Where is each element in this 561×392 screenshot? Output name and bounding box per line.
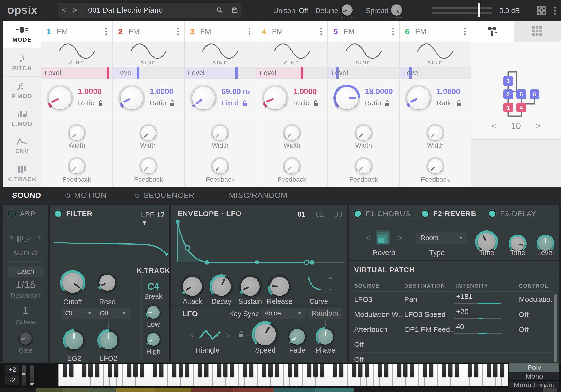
feedback-knob[interactable] [283, 157, 301, 175]
ratio-mode-label[interactable]: Ratio [150, 99, 175, 107]
patch-control[interactable]: Off [519, 325, 552, 334]
virtual-patch-row[interactable]: LFO3 Pan +181 Modulatio... [349, 292, 552, 307]
piano-key-black[interactable] [397, 364, 401, 377]
attack-knob[interactable] [181, 274, 204, 298]
operator-wave-display[interactable]: SINE [184, 42, 256, 67]
width-knob[interactable] [354, 124, 373, 142]
sustain-knob[interactable] [238, 274, 262, 298]
kebab-menu-icon[interactable] [105, 26, 107, 36]
octave-up-button[interactable]: +2 [5, 365, 19, 374]
master-volume-slider[interactable] [432, 7, 492, 14]
piano-key-black[interactable] [429, 364, 433, 377]
virtual-patch-row[interactable]: Modulation W... LFO3 Speed +20 Off [349, 307, 552, 322]
ratio-knob[interactable] [46, 85, 74, 112]
patch-source[interactable]: LFO3 [354, 295, 403, 304]
preset-name[interactable]: 001 Dat Electric Piano [83, 6, 213, 14]
piano-key-black[interactable] [333, 364, 337, 377]
operator-mode-label[interactable]: FM [272, 27, 283, 36]
detune-knob[interactable] [342, 4, 353, 15]
sidebar-item-pmod[interactable]: ♬ P.MOD [3, 76, 41, 104]
operator-mode-label[interactable]: FM [344, 27, 355, 36]
lfo-keysync-dropdown[interactable]: Voice▼ [260, 308, 306, 319]
feedback-knob[interactable] [68, 157, 86, 175]
piano-key-black[interactable] [294, 364, 298, 377]
envelope-tab-03[interactable]: 03 [334, 210, 342, 218]
ratio-knob[interactable] [190, 85, 217, 112]
lfo-fade-knob[interactable] [288, 327, 307, 347]
operator-level-slider[interactable]: Level [400, 67, 471, 79]
piano-key-black[interactable] [474, 364, 478, 377]
lfo-speed-lock-icon[interactable] [238, 331, 252, 339]
decay-knob[interactable] [210, 274, 233, 298]
fx3-tab[interactable]: F3·DELAY [500, 210, 536, 218]
piano-key-black[interactable] [378, 364, 382, 377]
piano-key-black[interactable] [365, 364, 369, 377]
cutoff-knob[interactable] [60, 270, 85, 295]
piano-key-black[interactable] [313, 364, 318, 377]
operator-level-slider[interactable]: Level [113, 67, 184, 79]
unison-value[interactable]: Off [299, 7, 308, 15]
piano-key-black[interactable] [448, 364, 453, 377]
ktrack-note-value[interactable]: C4 [148, 281, 159, 292]
feedback-knob[interactable] [426, 157, 444, 175]
width-knob[interactable] [68, 124, 86, 142]
piano-key-black[interactable] [358, 364, 362, 377]
patch-source[interactable]: Aftertouch [354, 325, 403, 334]
operator-level-slider[interactable]: Level [256, 67, 327, 79]
piano-key-black[interactable] [275, 364, 279, 377]
virtual-patch-row[interactable]: Off [349, 352, 552, 362]
main-menu-icon[interactable] [554, 6, 556, 16]
width-knob[interactable] [211, 124, 229, 142]
piano-key-black[interactable] [108, 364, 112, 377]
filter-led[interactable] [54, 210, 62, 218]
piano-key-black[interactable] [82, 364, 86, 377]
ratio-mode-label[interactable]: Ratio [436, 99, 462, 107]
keyboard[interactable] [58, 364, 508, 386]
piano-key-black[interactable] [384, 364, 388, 377]
tab-misc-random[interactable]: MISC/RANDOM [229, 191, 288, 200]
piano-key-black[interactable] [153, 364, 157, 377]
filter-response-display[interactable] [50, 218, 169, 262]
operator-wave-display[interactable]: SINE [256, 42, 327, 67]
fx1-led[interactable] [354, 210, 362, 218]
ktrack-low-knob[interactable] [145, 304, 161, 320]
operator-level-slider[interactable]: Level [184, 67, 256, 79]
patch-source[interactable]: Modulation W... [354, 310, 403, 319]
level-handle[interactable] [137, 67, 139, 79]
tab-sequencer[interactable]: SEQUENCER [134, 191, 195, 200]
piano-key-black[interactable] [223, 364, 227, 377]
sidebar-item-ktrack[interactable]: K.TRACK [3, 160, 41, 188]
envelope-display[interactable] [176, 219, 343, 266]
piano-key-black[interactable] [262, 364, 266, 377]
piano-key-black[interactable] [185, 364, 189, 377]
preset-prev-button[interactable]: < [58, 6, 69, 14]
kebab-menu-icon[interactable] [177, 26, 179, 36]
eg2-amount-knob[interactable] [63, 329, 85, 351]
piano-key-black[interactable] [442, 364, 446, 377]
piano-key-black[interactable] [493, 364, 497, 377]
curve-up-chevron[interactable]: ⌃ [328, 276, 333, 283]
randomize-dice-icon[interactable] [537, 6, 547, 15]
width-knob[interactable] [139, 124, 158, 142]
fx1-tab[interactable]: F1·CHORUS [366, 210, 410, 218]
virtual-patch-row[interactable]: Aftertouch OP1 FM Feed... 40 Off [349, 322, 552, 338]
piano-key-black[interactable] [217, 364, 221, 377]
cutoff-mod2-dropdown[interactable]: Off▼ [95, 308, 130, 319]
reso-knob[interactable] [97, 272, 118, 293]
operator-wave-display[interactable]: SINE [328, 42, 399, 67]
piano-key-black[interactable] [140, 364, 144, 377]
arp-next-button[interactable]: > [37, 233, 42, 241]
piano-key-black[interactable] [172, 364, 176, 377]
patch-destination[interactable]: OP1 FM Feed... [404, 325, 454, 334]
ratio-knob[interactable] [405, 85, 432, 112]
piano-key-black[interactable] [204, 364, 208, 377]
lfo2-amount-knob[interactable] [97, 329, 120, 351]
feedback-knob[interactable] [211, 157, 229, 175]
algorithm-next-button[interactable]: > [536, 121, 541, 131]
ratio-knob[interactable] [118, 85, 145, 112]
tab-grid-view[interactable] [514, 21, 561, 42]
kebab-menu-icon[interactable] [464, 26, 465, 36]
arp-octave-value[interactable]: 1 [23, 305, 28, 316]
patch-destination[interactable]: Pan [404, 295, 454, 304]
ratio-mode-label[interactable]: Fixed [221, 99, 248, 107]
